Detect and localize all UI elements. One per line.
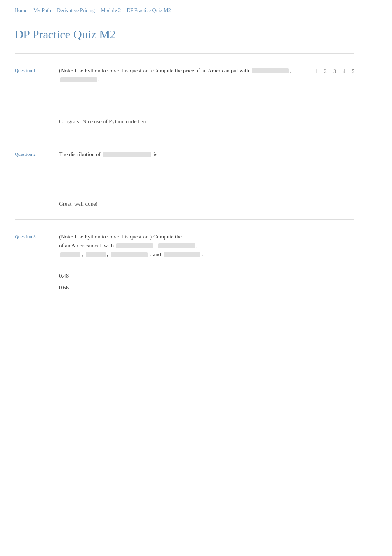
question-1-blank-1	[252, 68, 289, 73]
breadcrumb-module2[interactable]: Module 2	[101, 7, 121, 15]
question-nav-5[interactable]: 5	[352, 68, 354, 76]
question-3-comma-4: ,	[107, 251, 109, 257]
question-3-blank-4	[86, 252, 106, 257]
breadcrumb-quiz[interactable]: DP Practice Quiz M2	[127, 7, 171, 15]
question-3-blank-1	[116, 243, 153, 248]
breadcrumb-mypath[interactable]: My Path	[33, 7, 51, 15]
question-3-blank-2	[158, 243, 195, 248]
question-2-row: Question 2 The distribution of is:	[15, 143, 354, 162]
question-3-comma-3: ,	[82, 251, 83, 257]
question-3-answer-2: 0.66	[59, 283, 354, 292]
question-1-comma-2: ,	[98, 76, 100, 82]
question-3-answer-1: 0.48	[59, 271, 354, 280]
question-1-feedback: Congrats! Nice use of Python code here.	[59, 117, 354, 126]
question-3-comma-1: ,	[154, 243, 156, 248]
question-1-text-prefix: (Note: Use Python to solve this question…	[59, 68, 249, 73]
question-nav: 1 2 3 4 5	[315, 66, 354, 84]
question-3-text-and: , and	[150, 251, 161, 257]
breadcrumb: Home My Path Derivative Pricing Module 2…	[0, 0, 392, 18]
breadcrumb-derivative[interactable]: Derivative Pricing	[57, 7, 95, 15]
question-3-body: (Note: Use Python to solve this question…	[59, 232, 354, 259]
question-nav-1[interactable]: 1	[315, 68, 317, 76]
question-nav-4[interactable]: 4	[343, 68, 345, 76]
question-3-blank-3	[60, 252, 80, 257]
question-1-label: Question 1	[15, 66, 59, 84]
question-2-section: Question 2 The distribution of is: Great…	[15, 137, 354, 208]
question-3-section: Question 3 (Note: Use Python to solve th…	[15, 219, 354, 292]
question-3-label: Question 3	[15, 232, 59, 259]
question-2-label: Question 2	[15, 150, 59, 159]
question-3-blank-6	[164, 252, 200, 257]
question-nav-3[interactable]: 3	[333, 68, 336, 76]
question-3-line-1: (Note: Use Python to solve this question…	[59, 232, 354, 241]
question-3-text-line2: of an American call with	[59, 243, 114, 248]
question-2-text-prefix: The distribution of	[59, 151, 101, 157]
question-1-body: (Note: Use Python to solve this question…	[59, 66, 304, 84]
question-3-line-2: of an American call with , ,	[59, 241, 354, 250]
question-2-blank-1	[103, 152, 151, 157]
breadcrumb-home[interactable]: Home	[15, 7, 27, 15]
question-3-row: Question 3 (Note: Use Python to solve th…	[15, 226, 354, 262]
question-3-line-3: , , , and .	[59, 250, 354, 259]
question-3-text-prefix: (Note: Use Python to solve this question…	[59, 234, 182, 240]
question-1-comma-1: ,	[290, 68, 291, 73]
question-2-body: The distribution of is:	[59, 150, 354, 159]
question-3-blank-5	[111, 252, 148, 257]
question-3-comma-2: ,	[196, 243, 198, 248]
question-nav-2[interactable]: 2	[324, 68, 327, 76]
question-1-section: Question 1 (Note: Use Python to solve th…	[15, 53, 354, 126]
question-2-feedback: Great, well done!	[59, 199, 354, 208]
question-1-blank-2	[60, 77, 97, 82]
question-2-text-middle: is:	[154, 151, 159, 157]
question-3-period: .	[202, 251, 203, 257]
question-1-row: Question 1 (Note: Use Python to solve th…	[15, 59, 354, 87]
content-area: Question 1 (Note: Use Python to solve th…	[0, 53, 369, 325]
page-title: DP Practice Quiz M2	[0, 18, 392, 53]
